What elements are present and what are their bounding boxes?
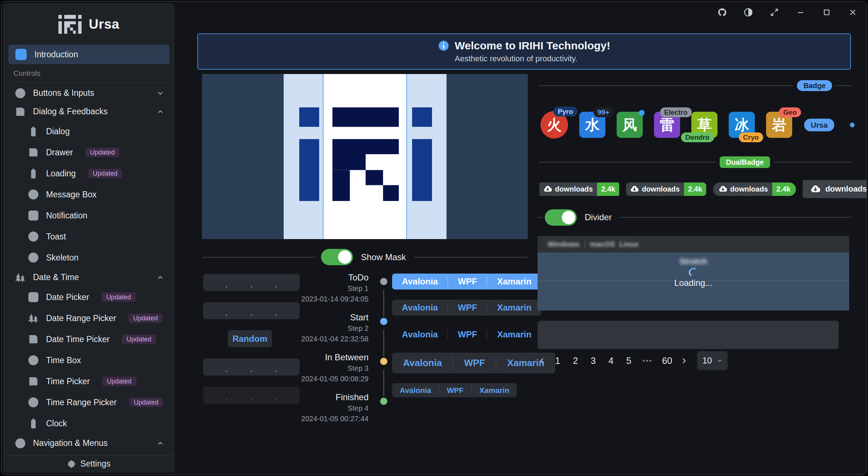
sidebar-item-buttons-inputs[interactable]: Buttons & Inputs	[4, 84, 174, 102]
segment-button[interactable]: Xamarin	[472, 383, 517, 397]
divider-line	[620, 217, 851, 218]
segment-button[interactable]: Avalonia	[392, 353, 453, 373]
random-button[interactable]: Random	[228, 330, 272, 347]
window-controls	[713, 5, 861, 20]
page-button-4[interactable]: 4	[607, 356, 615, 366]
sidebar-item-message-box[interactable]: Message Box	[4, 184, 174, 205]
page-next-button[interactable]: ›	[682, 353, 686, 366]
sidebar-item-time-range-picker[interactable]: Time Range Picker Updated	[4, 392, 174, 413]
dualbadge-section-header: DualBadge	[538, 156, 851, 168]
sidebar-item-notification[interactable]: Notification	[4, 205, 174, 226]
page-prev-button[interactable]: ‹	[540, 353, 544, 366]
segment-button[interactable]: WPF	[453, 353, 496, 373]
page-button-1[interactable]: 1	[554, 356, 561, 366]
banner-subtitle: Aesthetic revolution of productivity.	[455, 54, 610, 63]
segment-button[interactable]: WPF	[448, 327, 487, 342]
ursa-pill-badge: Ursa	[804, 119, 834, 131]
minimize-icon[interactable]	[792, 5, 809, 20]
sidebar-item-skeleton[interactable]: Skeleton	[4, 247, 174, 268]
page-button-last[interactable]: 60	[662, 356, 672, 366]
sidebar-item-navigation-menus[interactable]: Navigation & Menus	[4, 434, 174, 452]
close-icon[interactable]	[844, 5, 861, 20]
segment-button[interactable]: Xamarin	[487, 327, 541, 342]
segment-button[interactable]: Xamarin	[487, 300, 541, 316]
page-button-2[interactable]: 2	[571, 356, 579, 366]
page-more-button[interactable]: •••	[642, 357, 652, 365]
element-tile: 水 99+	[579, 112, 605, 138]
download-badge: downloads 2.4k	[626, 182, 706, 196]
tab-windows[interactable]: Windows	[543, 240, 585, 249]
step-subtitle: Step 3	[292, 363, 369, 374]
github-icon[interactable]	[713, 5, 731, 20]
app-window: Ursa Introduction Controls Buttons & Inp…	[1, 1, 867, 475]
sidebar-item-toast[interactable]: Toast	[4, 226, 174, 247]
tile-badge: Pyro	[554, 107, 577, 116]
sidebar-item-dialog-feedbacks[interactable]: Dialog & Feedbacks	[4, 102, 174, 121]
segment-button[interactable]: Avalonia	[392, 300, 448, 316]
page-button-5[interactable]: 5	[625, 356, 633, 366]
trees-icon	[28, 313, 39, 324]
divider-demo-row: Divider	[538, 209, 851, 226]
updated-badge: Updated	[102, 377, 136, 386]
show-mask-toggle[interactable]	[321, 249, 353, 265]
sidebar-item-drawer[interactable]: Drawer Updated	[4, 142, 174, 163]
divider-line	[774, 162, 851, 163]
maximize-icon[interactable]	[818, 5, 835, 20]
ip-input[interactable]: ...	[203, 302, 300, 319]
page-button-3[interactable]: 3	[589, 356, 597, 366]
sidebar-item-date-time-picker[interactable]: Date Time Picker Updated	[4, 329, 174, 350]
step-subtitle: Step 1	[292, 283, 369, 294]
sidebar-item-introduction[interactable]: Introduction	[8, 45, 169, 64]
chevron-icon	[156, 89, 164, 97]
clock-icon	[28, 189, 39, 200]
segment-button[interactable]: Avalonia	[392, 327, 448, 342]
segment-button[interactable]: Avalonia	[392, 274, 448, 290]
theme-toggle-icon[interactable]	[740, 5, 757, 20]
chevron-icon	[156, 108, 164, 116]
nav-section-divider	[9, 82, 169, 82]
sidebar-item-date-picker[interactable]: Date Picker Updated	[4, 287, 174, 308]
element-tile: 冰 Cryo	[729, 112, 755, 138]
download-cloud-icon	[811, 184, 820, 194]
segment-button[interactable]: WPF	[448, 274, 487, 290]
clock-icon	[28, 397, 39, 408]
arrow-square-icon	[15, 48, 27, 61]
trees-icon	[15, 272, 26, 283]
settings-button[interactable]: Settings	[4, 455, 174, 472]
segment-button[interactable]: WPF	[439, 383, 472, 397]
tab-linux[interactable]: Linux	[614, 240, 644, 249]
updated-badge: Updated	[122, 335, 156, 344]
segment-button[interactable]: Xamarin	[487, 274, 541, 290]
sidebar-item-loading[interactable]: Loading Updated	[4, 163, 174, 184]
floppy-icon	[28, 334, 39, 345]
sidebar-item-date-time[interactable]: Date & Time	[4, 268, 174, 287]
segment-button[interactable]: WPF	[448, 300, 487, 316]
sidebar-item-dialog[interactable]: Dialog	[4, 121, 174, 142]
download-cloud-icon	[544, 185, 552, 193]
sidebar-item-time-picker[interactable]: Time Picker Updated	[4, 371, 174, 392]
segmented-button-group: Avalonia WPF Xamarin	[392, 353, 555, 373]
ip-input[interactable]: ...	[203, 274, 300, 291]
ip-input[interactable]: ...	[203, 358, 300, 376]
badge-chip: Badge	[797, 80, 832, 91]
step-dot	[380, 358, 387, 365]
dualbadge-chip: DualBadge	[720, 156, 770, 168]
page-size-select[interactable]: 10	[697, 351, 728, 370]
sidebar-item-clock[interactable]: Clock	[4, 413, 174, 434]
sidebar-item-date-range-picker[interactable]: Date Range Picker Updated	[4, 308, 174, 329]
info-icon	[438, 40, 449, 51]
segment-button[interactable]: Avalonia	[392, 383, 439, 397]
updated-badge: Updated	[102, 292, 136, 302]
sidebar-item-time-box[interactable]: Time Box	[4, 350, 174, 371]
music-icon	[28, 355, 39, 366]
divider-toggle[interactable]	[545, 209, 577, 226]
step-dot	[380, 278, 387, 285]
sidebar-nav: Introduction Controls Buttons & Inputs D…	[4, 45, 174, 472]
divider-line	[538, 217, 543, 218]
step-timestamp: 2024-01-05 00:08:29	[292, 374, 369, 384]
chevron-icon	[156, 439, 164, 447]
element-tile: 岩 Geo	[766, 112, 792, 138]
step-subtitle: Step 2	[292, 323, 369, 334]
expand-icon[interactable]	[766, 5, 783, 20]
gear-icon	[67, 460, 76, 468]
